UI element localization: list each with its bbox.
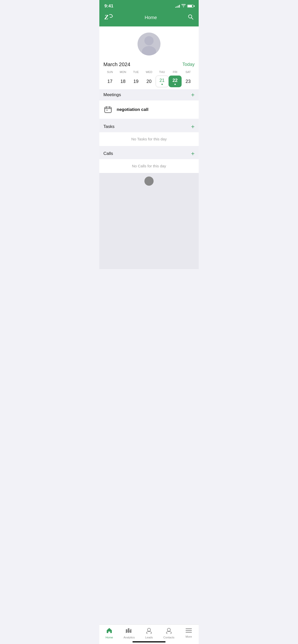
- tasks-label: Tasks: [103, 124, 114, 129]
- day-fri: FRI: [169, 70, 182, 74]
- battery-icon: [187, 5, 194, 8]
- status-bar: 9:41: [99, 0, 199, 11]
- meetings-label: Meetings: [103, 92, 121, 97]
- page-title: Home: [145, 15, 157, 20]
- calendar-header: March 2024 Today: [103, 60, 195, 70]
- wifi-icon: [181, 4, 186, 8]
- day-wed: WED: [142, 70, 155, 74]
- avatar: [138, 33, 160, 55]
- calendar-dates: 17 18 19 20 21 22 23: [103, 76, 195, 89]
- calls-content: No Calls for this day: [99, 159, 199, 173]
- meeting-calendar-icon: [103, 105, 113, 114]
- status-icons: [175, 4, 194, 8]
- day-tue: TUE: [129, 70, 142, 74]
- calendar-days-header: SUN MON TUE WED THU FRI SAT: [103, 70, 195, 74]
- svg-text:Z: Z: [104, 13, 109, 21]
- calendar-date-18[interactable]: 18: [116, 76, 129, 87]
- meeting-title: negotiation call: [117, 107, 148, 112]
- add-task-button[interactable]: +: [191, 124, 195, 130]
- svg-rect-6: [105, 107, 111, 113]
- tasks-content: No Tasks for this day: [99, 132, 199, 146]
- calendar-month: March 2024: [103, 62, 130, 67]
- svg-rect-10: [106, 110, 108, 111]
- signal-icon: [175, 5, 180, 8]
- avatar-section: [99, 26, 199, 60]
- search-icon[interactable]: [187, 14, 194, 21]
- calls-empty-message: No Calls for this day: [132, 164, 166, 168]
- logo-icon: Z: [104, 13, 114, 22]
- svg-point-4: [144, 36, 154, 45]
- meeting-item[interactable]: negotiation call: [99, 100, 199, 119]
- scroll-dot: [144, 177, 154, 186]
- divider-1: [99, 119, 199, 121]
- tasks-section-header: Tasks +: [99, 121, 199, 132]
- gray-area: [99, 188, 199, 269]
- calendar-date-21[interactable]: 21: [156, 76, 169, 87]
- calendar-date-23[interactable]: 23: [182, 76, 195, 87]
- calendar-date-20[interactable]: 20: [142, 76, 155, 87]
- day-sun: SUN: [103, 70, 116, 74]
- calendar-date-17[interactable]: 17: [103, 76, 116, 87]
- add-meeting-button[interactable]: +: [191, 92, 195, 98]
- tasks-empty-message: No Tasks for this day: [131, 137, 167, 141]
- today-button[interactable]: Today: [182, 62, 195, 67]
- divider-2: [99, 146, 199, 148]
- header: Z Home: [99, 11, 199, 26]
- day-sat: SAT: [182, 70, 195, 74]
- calls-section-header: Calls +: [99, 148, 199, 159]
- day-thu: THU: [156, 70, 169, 74]
- day-mon: MON: [116, 70, 129, 74]
- calls-label: Calls: [103, 151, 113, 156]
- meetings-section-header: Meetings +: [99, 89, 199, 100]
- calendar-section: March 2024 Today SUN MON TUE WED THU FRI…: [99, 60, 199, 89]
- calendar-date-22[interactable]: 22: [169, 76, 182, 87]
- svg-line-2: [191, 18, 193, 20]
- scroll-indicator: [99, 173, 199, 188]
- status-time: 9:41: [104, 4, 113, 9]
- calendar-date-19[interactable]: 19: [129, 76, 142, 87]
- add-call-button[interactable]: +: [191, 151, 195, 157]
